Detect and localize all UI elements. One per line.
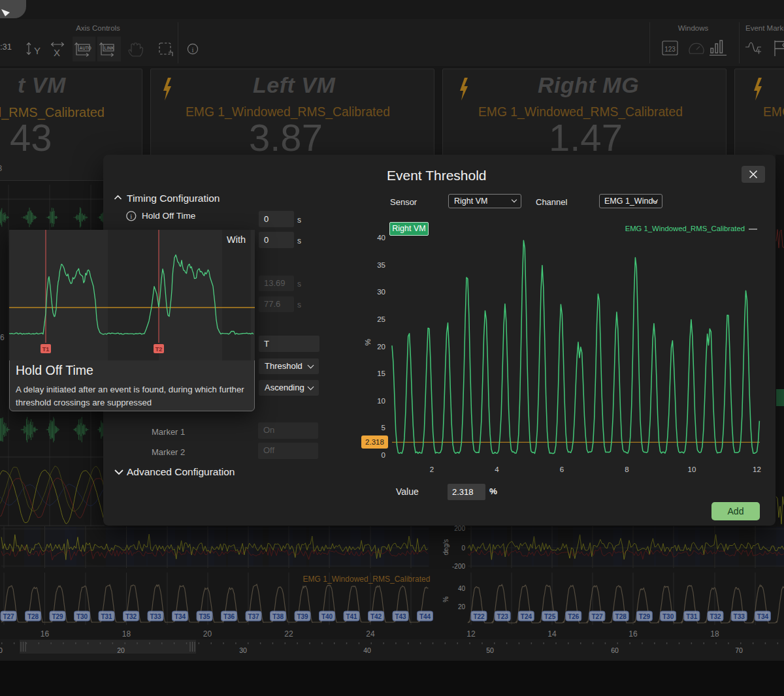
svg-text:AUTO: AUTO <box>80 46 91 50</box>
svg-text:35: 35 <box>377 261 385 269</box>
svg-text:T33: T33 <box>150 613 161 620</box>
svg-text:T26: T26 <box>568 613 580 620</box>
svg-text::31: :31 <box>0 42 12 52</box>
svg-text:-200: -200 <box>452 563 465 570</box>
svg-text:T2: T2 <box>155 346 163 353</box>
svg-text:T31: T31 <box>686 613 698 620</box>
svg-text:T34: T34 <box>757 613 769 620</box>
svg-text:10: 10 <box>688 466 696 473</box>
svg-text:30: 30 <box>239 646 247 654</box>
svg-text:Y: Y <box>34 45 41 56</box>
svg-text:200: 200 <box>454 526 465 532</box>
svg-text:T35: T35 <box>199 613 210 620</box>
svg-text:%: % <box>364 339 372 345</box>
svg-text:X: X <box>54 47 60 58</box>
svg-text:T42: T42 <box>370 613 382 620</box>
svg-text:2: 2 <box>430 466 434 473</box>
svg-text:0: 0 <box>0 646 3 654</box>
svg-text:22: 22 <box>284 629 293 639</box>
svg-text:T27: T27 <box>591 613 603 620</box>
svg-text:With: With <box>227 234 246 245</box>
svg-text:Windows: Windows <box>678 24 709 32</box>
svg-text:0: 0 <box>382 451 385 459</box>
svg-text:50: 50 <box>486 646 494 654</box>
svg-text:T31: T31 <box>101 613 112 620</box>
svg-text:T41: T41 <box>346 613 357 620</box>
svg-text:16: 16 <box>629 629 638 639</box>
svg-text:16: 16 <box>41 629 50 639</box>
svg-text:T33: T33 <box>734 613 745 620</box>
svg-text:8: 8 <box>625 466 629 473</box>
svg-text:%: % <box>442 596 449 602</box>
svg-text:4: 4 <box>495 466 499 473</box>
svg-text:20: 20 <box>117 646 125 654</box>
svg-text:T29: T29 <box>52 613 63 620</box>
svg-text:40: 40 <box>377 234 385 242</box>
svg-text:T1: T1 <box>42 346 50 353</box>
svg-text:T44: T44 <box>419 613 431 620</box>
svg-text:T27: T27 <box>3 613 14 620</box>
svg-text:EMG 1_Windowed_RMS_Calibrated: EMG 1_Windowed_RMS_Calibrated <box>303 575 431 584</box>
svg-text:T23: T23 <box>497 613 509 620</box>
svg-text:20: 20 <box>203 629 212 639</box>
svg-text:T22: T22 <box>473 613 485 620</box>
svg-text:12: 12 <box>466 629 476 639</box>
svg-text:6: 6 <box>560 466 564 473</box>
svg-text:T39: T39 <box>297 613 308 620</box>
svg-text:T32: T32 <box>710 613 721 620</box>
svg-text:70: 70 <box>735 646 743 654</box>
svg-text:40: 40 <box>458 585 466 592</box>
svg-text:40: 40 <box>363 646 371 654</box>
svg-text:LINK: LINK <box>105 46 114 50</box>
svg-text:T28: T28 <box>27 613 39 620</box>
svg-text:deg/s: deg/s <box>442 539 449 555</box>
svg-text:T30: T30 <box>76 613 88 620</box>
svg-text:20: 20 <box>458 603 466 610</box>
svg-text:T30: T30 <box>662 613 674 620</box>
svg-text:T36: T36 <box>223 613 235 620</box>
svg-text:123: 123 <box>664 46 676 53</box>
svg-text:Event Marker: Event Marker <box>745 24 784 32</box>
svg-text:5: 5 <box>382 424 385 432</box>
svg-text:20: 20 <box>377 343 385 351</box>
svg-text:T40: T40 <box>321 613 333 620</box>
svg-text:30: 30 <box>377 288 385 296</box>
svg-text:T37: T37 <box>248 613 259 620</box>
svg-text:T24: T24 <box>521 613 532 620</box>
svg-text:T29: T29 <box>639 613 651 620</box>
svg-text:T38: T38 <box>272 613 284 620</box>
svg-text:10: 10 <box>377 397 385 405</box>
svg-text:25: 25 <box>377 315 385 323</box>
svg-text:24: 24 <box>366 629 375 639</box>
svg-text:18: 18 <box>122 629 131 639</box>
svg-text:2.318: 2.318 <box>365 438 384 446</box>
svg-text:i: i <box>191 46 193 54</box>
svg-text:60: 60 <box>611 646 619 654</box>
svg-text:T28: T28 <box>615 613 627 620</box>
svg-text:T34: T34 <box>174 613 186 620</box>
svg-text:T32: T32 <box>125 613 137 620</box>
svg-text:15: 15 <box>377 370 385 377</box>
svg-text:Axis Controls: Axis Controls <box>76 24 120 32</box>
svg-text:T43: T43 <box>395 613 406 620</box>
svg-text:18: 18 <box>710 629 719 639</box>
svg-text:14: 14 <box>547 629 557 639</box>
svg-text:12: 12 <box>753 466 761 473</box>
svg-text:0: 0 <box>461 545 465 552</box>
svg-text:T25: T25 <box>544 613 556 620</box>
svg-text:i: i <box>130 213 132 220</box>
